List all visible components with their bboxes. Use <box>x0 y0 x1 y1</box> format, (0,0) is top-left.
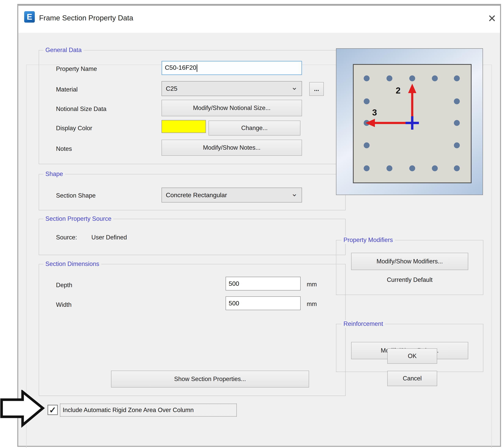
display-color-swatch[interactable] <box>162 120 206 133</box>
modify-notional-size-button[interactable]: Modify/Show Notional Size... <box>162 100 302 116</box>
material-select[interactable]: C25 ⌄ <box>162 81 302 96</box>
axes-overlay <box>336 49 483 195</box>
etabs-logo-letter: E <box>27 12 32 22</box>
group-source-legend: Section Property Source <box>43 215 113 223</box>
group-general-data-legend: General Data <box>43 46 83 54</box>
section-shape-select[interactable]: Concrete Rectangular ⌄ <box>162 188 302 203</box>
show-section-properties-button[interactable]: Show Section Properties... <box>111 371 309 387</box>
check-icon: ✓ <box>49 405 56 415</box>
section-shape-label: Section Shape <box>56 191 96 200</box>
depth-unit: mm <box>307 281 317 288</box>
group-dimensions-legend: Section Dimensions <box>43 260 101 268</box>
change-color-button[interactable]: Change... <box>209 121 300 136</box>
property-name-label: Property Name <box>56 65 97 73</box>
section-shape-value: Concrete Rectangular <box>166 192 227 199</box>
notes-label: Notes <box>56 144 72 153</box>
annotation-arrow-icon <box>0 390 47 429</box>
material-label: Material <box>56 85 78 94</box>
width-input[interactable]: 500 <box>226 296 301 310</box>
chevron-down-icon: ⌄ <box>291 192 298 195</box>
chevron-down-icon: ⌄ <box>291 85 298 89</box>
frame-section-property-dialog: E Frame Section Property Data ✕ General … <box>17 4 501 447</box>
display-color-label: Display Color <box>56 124 92 133</box>
dialog-title: Frame Section Property Data <box>39 14 133 22</box>
width-unit: mm <box>307 301 317 308</box>
cancel-button[interactable]: Cancel <box>387 371 437 386</box>
group-reinforcement-legend: Reinforcement <box>341 320 385 328</box>
axis-3-label: 3 <box>372 108 377 117</box>
property-name-value: C50-16F20 <box>165 64 197 72</box>
dialog-titlebar[interactable]: E Frame Section Property Data ✕ <box>18 6 500 33</box>
axis-2-label: 2 <box>396 86 400 96</box>
depth-value: 500 <box>229 280 239 287</box>
source-value: User Defined <box>91 233 127 242</box>
width-label: Width <box>56 301 71 309</box>
rigid-zone-checkbox[interactable]: ✓ <box>48 405 58 415</box>
axis-3-arrowhead-icon <box>365 119 375 127</box>
axis-2-arrowhead-icon <box>408 84 416 93</box>
modify-notes-button[interactable]: Modify/Show Notes... <box>162 140 302 156</box>
section-preview-panel: 2 3 <box>336 48 483 195</box>
source-label: Source: <box>56 233 77 242</box>
group-shape-legend: Shape <box>43 170 65 178</box>
modify-modifiers-button[interactable]: Modify/Show Modifiers... <box>351 253 468 270</box>
ok-button[interactable]: OK <box>387 348 437 364</box>
material-browse-button[interactable]: ... <box>309 82 324 96</box>
group-modifiers-legend: Property Modifiers <box>341 236 395 244</box>
screenshot-root: E Frame Section Property Data ✕ General … <box>0 0 503 448</box>
width-value: 500 <box>229 300 239 307</box>
depth-label: Depth <box>56 281 72 289</box>
depth-input[interactable]: 500 <box>226 277 301 290</box>
notional-size-label: Notional Size Data <box>56 105 107 113</box>
property-name-input[interactable]: C50-16F20 <box>162 61 302 75</box>
rigid-zone-checkbox-label[interactable]: Include Automatic Rigid Zone Area Over C… <box>60 404 237 416</box>
modifiers-status-text: Currently Default <box>336 276 483 283</box>
group-section-property-source <box>39 219 346 255</box>
material-value: C25 <box>166 85 178 92</box>
close-icon[interactable]: ✕ <box>484 11 500 26</box>
etabs-logo-icon: E <box>24 11 35 23</box>
